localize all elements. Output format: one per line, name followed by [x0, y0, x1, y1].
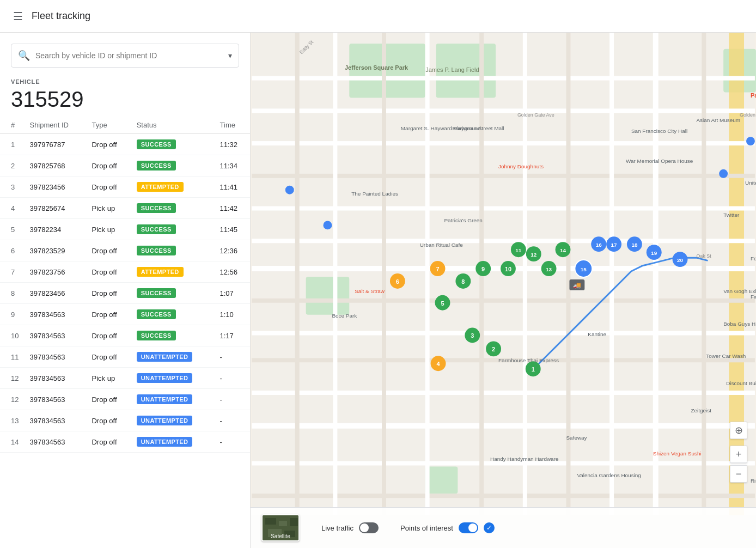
row-time: 1:07: [215, 283, 250, 304]
row-num: 14: [0, 431, 24, 453]
row-shipment-id: 397834563: [24, 389, 86, 410]
svg-text:9: 9: [481, 266, 485, 272]
live-traffic-toggle[interactable]: [359, 522, 379, 533]
svg-text:Urban Ritual Cafe: Urban Ritual Cafe: [420, 242, 463, 248]
svg-text:Oak St: Oak St: [696, 253, 711, 259]
row-shipment-id: 397834563: [24, 410, 86, 431]
zoom-in-button[interactable]: +: [730, 446, 747, 463]
live-traffic-knob: [360, 523, 369, 532]
shipment-table-wrapper: # Shipment ID Type Status Time 1 3979767…: [0, 117, 250, 548]
svg-text:Golden Gate Ave: Golden Gate Ave: [740, 112, 756, 118]
status-badge: UNATTEMPTED: [137, 394, 193, 404]
svg-text:Twitter: Twitter: [723, 212, 740, 218]
svg-text:United States Postal Service: United States Postal Service: [745, 180, 756, 186]
row-type: Drop off: [86, 155, 131, 176]
status-badge: UNATTEMPTED: [137, 373, 193, 383]
col-shipment-id: Shipment ID: [24, 117, 86, 134]
row-shipment-id: 397823529: [24, 240, 86, 261]
row-status: SUCCESS: [131, 134, 215, 155]
svg-text:Johnny Doughnuts: Johnny Doughnuts: [498, 163, 544, 169]
search-dropdown-arrow[interactable]: ▾: [228, 51, 232, 60]
compass-button[interactable]: ⊕: [730, 422, 747, 439]
app-title: Fleet tracking: [32, 10, 90, 22]
status-badge: UNATTEMPTED: [137, 352, 193, 362]
row-num: 12: [0, 389, 24, 410]
row-time: -: [215, 368, 250, 389]
row-num: 3: [0, 176, 24, 198]
svg-text:18: 18: [631, 242, 638, 248]
search-box[interactable]: 🔍 ▾: [11, 44, 239, 68]
table-row: 8 397823456 Drop off SUCCESS 1:07: [0, 283, 250, 304]
row-type: Drop off: [86, 283, 131, 304]
poi-check-icon: ✓: [484, 522, 495, 533]
svg-text:2: 2: [492, 346, 495, 352]
zoom-out-button[interactable]: −: [730, 465, 747, 483]
svg-text:Tower Car Wash: Tower Car Wash: [706, 353, 746, 359]
col-num: #: [0, 117, 24, 134]
svg-rect-118: [265, 518, 276, 525]
row-status: UNATTEMPTED: [131, 389, 215, 410]
svg-rect-11: [252, 206, 755, 211]
svg-rect-10: [252, 174, 755, 178]
svg-rect-22: [333, 33, 337, 515]
col-time: Time: [215, 117, 250, 134]
row-type: Pick up: [86, 198, 131, 219]
row-shipment-id: 397834563: [24, 368, 86, 389]
search-input[interactable]: [35, 51, 228, 60]
row-num: 5: [0, 219, 24, 240]
row-status: UNATTEMPTED: [131, 346, 215, 368]
svg-rect-20: [252, 494, 755, 498]
svg-rect-24: [425, 33, 430, 515]
row-type: Drop off: [86, 176, 131, 198]
status-badge: SUCCESS: [137, 161, 176, 171]
sidebar: 🔍 ▾ VEHICLE 315529 # Shipment ID Type St…: [0, 33, 251, 548]
table-row: 3 397823456 Drop off ATTEMPTED 11:41: [0, 176, 250, 198]
svg-text:Farmhouse Thai Express: Farmhouse Thai Express: [498, 357, 559, 363]
svg-text:Safeway: Safeway: [566, 435, 587, 441]
row-status: SUCCESS: [131, 240, 215, 261]
row-type: Drop off: [86, 134, 131, 155]
poi-toggle[interactable]: [459, 522, 478, 533]
row-num: 1: [0, 134, 24, 155]
row-type: Drop off: [86, 389, 131, 410]
live-traffic-group: Live traffic: [321, 522, 379, 533]
row-shipment-id: 397823456: [24, 283, 86, 304]
svg-text:7: 7: [436, 266, 439, 272]
svg-text:17: 17: [611, 242, 618, 248]
vehicle-section: VEHICLE 315529: [0, 68, 250, 117]
svg-rect-15: [252, 331, 755, 336]
row-status: SUCCESS: [131, 304, 215, 325]
row-shipment-id: 397825674: [24, 198, 86, 219]
row-status: UNATTEMPTED: [131, 431, 215, 453]
svg-rect-29: [653, 33, 659, 515]
table-row: 7 397823756 Drop off ATTEMPTED 12:56: [0, 261, 250, 283]
row-time: 11:41: [215, 176, 250, 198]
status-badge: SUCCESS: [137, 224, 176, 234]
svg-text:4: 4: [436, 361, 440, 367]
table-row: 13 397834563 Drop off UNATTEMPTED -: [0, 410, 250, 431]
svg-point-74: [323, 221, 332, 229]
status-badge: UNATTEMPTED: [137, 416, 193, 425]
menu-icon[interactable]: ☰: [13, 10, 23, 23]
row-status: ATTEMPTED: [131, 176, 215, 198]
row-type: Pick up: [86, 219, 131, 240]
row-time: -: [215, 346, 250, 368]
svg-text:Boce Park: Boce Park: [332, 313, 357, 319]
svg-point-75: [719, 169, 728, 178]
status-badge: SUCCESS: [137, 139, 176, 149]
svg-rect-23: [382, 33, 386, 515]
row-status: SUCCESS: [131, 283, 215, 304]
map-marker-1: 1: [526, 361, 541, 376]
svg-text:Boba Guys Hayes Valley: Boba Guys Hayes Valley: [723, 321, 756, 327]
row-type: Drop off: [86, 261, 131, 283]
row-time: 12:56: [215, 261, 250, 283]
satellite-thumbnail[interactable]: Satellite: [261, 514, 300, 541]
svg-text:Rintaro: Rintaro: [751, 478, 756, 484]
row-status: ATTEMPTED: [131, 261, 215, 283]
status-badge: SUCCESS: [137, 288, 176, 298]
live-traffic-label: Live traffic: [321, 524, 353, 532]
status-badge: SUCCESS: [137, 246, 176, 255]
table-row: 14 397834563 Drop off UNATTEMPTED -: [0, 431, 250, 453]
svg-text:🚚: 🚚: [573, 281, 581, 289]
svg-text:The Painted Ladies: The Painted Ladies: [351, 191, 398, 197]
